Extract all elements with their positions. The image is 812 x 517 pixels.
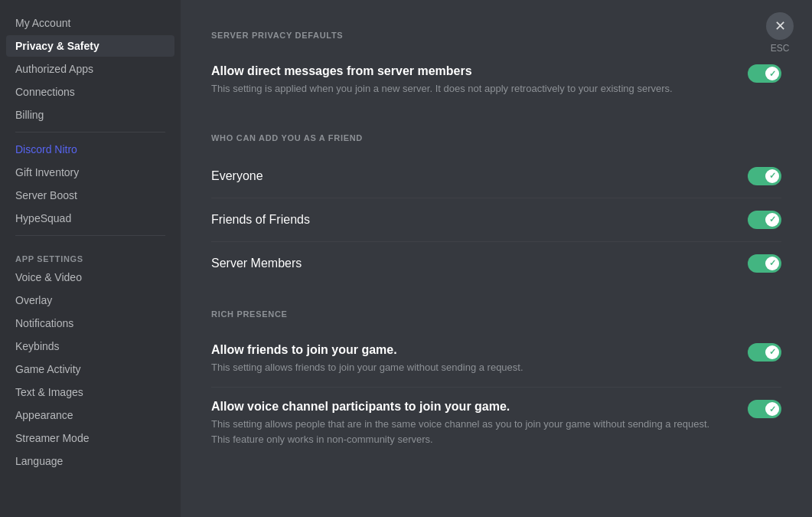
sidebar-item-authorized-apps[interactable]: Authorized Apps xyxy=(6,58,174,80)
toggle-friends-of-friends[interactable]: ✓ xyxy=(748,211,781,229)
toggle-direct-messages[interactable]: ✓ xyxy=(748,64,781,83)
toggle-everyone[interactable]: ✓ xyxy=(748,167,781,185)
setting-voice-channel-join-title: Allow voice channel participants to join… xyxy=(211,400,729,414)
app-settings-label: APP SETTINGS xyxy=(6,242,174,267)
setting-voice-channel-join-desc: This setting allows people that are in t… xyxy=(211,417,729,447)
rich-presence-label: RICH PRESENCE xyxy=(211,309,781,319)
sidebar-item-server-boost[interactable]: Server Boost xyxy=(6,185,174,206)
setting-direct-messages: Allow direct messages from server member… xyxy=(211,52,781,109)
setting-friends-of-friends: Friends of Friends ✓ xyxy=(211,198,781,242)
rich-presence-section: RICH PRESENCE Allow friends to join your… xyxy=(211,309,781,460)
setting-everyone: Everyone ✓ xyxy=(211,155,781,198)
sidebar-item-discord-nitro[interactable]: Discord Nitro xyxy=(6,139,174,160)
sidebar-item-notifications[interactable]: Notifications xyxy=(6,312,174,334)
sidebar-item-language[interactable]: Language xyxy=(6,450,174,472)
sidebar-item-gift-inventory[interactable]: Gift Inventory xyxy=(6,162,174,183)
esc-button[interactable]: ✕ ESC xyxy=(766,12,794,54)
esc-label: ESC xyxy=(771,43,790,54)
esc-icon: ✕ xyxy=(766,12,794,40)
setting-direct-messages-desc: This setting is applied when you join a … xyxy=(211,81,729,97)
setting-everyone-title: Everyone xyxy=(211,169,263,183)
sidebar-item-billing[interactable]: Billing xyxy=(6,104,174,126)
sidebar: My Account Privacy & Safety Authorized A… xyxy=(0,0,181,517)
server-privacy-section: SERVER PRIVACY DEFAULTS Allow direct mes… xyxy=(211,31,781,109)
toggle-server-members[interactable]: ✓ xyxy=(748,254,781,273)
sidebar-item-connections[interactable]: Connections xyxy=(6,81,174,103)
sidebar-item-hypesquad[interactable]: HypeSquad xyxy=(6,208,174,229)
sidebar-item-keybinds[interactable]: Keybinds xyxy=(6,335,174,357)
toggle-voice-channel-join[interactable]: ✓ xyxy=(748,400,781,418)
sidebar-divider-1 xyxy=(15,132,165,133)
sidebar-item-appearance[interactable]: Appearance xyxy=(6,404,174,426)
friend-requests-label: WHO CAN ADD YOU AS A FRIEND xyxy=(211,133,781,142)
setting-server-members: Server Members ✓ xyxy=(211,242,781,285)
sidebar-divider-2 xyxy=(15,235,165,236)
sidebar-item-streamer-mode[interactable]: Streamer Mode xyxy=(6,427,174,449)
sidebar-item-text-images[interactable]: Text & Images xyxy=(6,381,174,403)
sidebar-item-game-activity[interactable]: Game Activity xyxy=(6,358,174,380)
sidebar-item-voice-video[interactable]: Voice & Video xyxy=(6,267,174,288)
setting-voice-channel-join: Allow voice channel participants to join… xyxy=(211,388,781,459)
setting-join-game-desc: This setting allows friends to join your… xyxy=(211,360,729,375)
toggle-join-game[interactable]: ✓ xyxy=(748,343,781,362)
sidebar-item-overlay[interactable]: Overlay xyxy=(6,290,174,311)
setting-friends-of-friends-title: Friends of Friends xyxy=(211,213,310,227)
server-privacy-label: SERVER PRIVACY DEFAULTS xyxy=(211,31,781,40)
setting-join-game-title: Allow friends to join your game. xyxy=(211,343,729,357)
sidebar-item-privacy-safety[interactable]: Privacy & Safety xyxy=(6,35,174,57)
setting-join-game: Allow friends to join your game. This se… xyxy=(211,331,781,388)
main-content: ✕ ESC SERVER PRIVACY DEFAULTS Allow dire… xyxy=(181,0,812,517)
setting-direct-messages-title: Allow direct messages from server member… xyxy=(211,64,729,78)
friend-requests-section: WHO CAN ADD YOU AS A FRIEND Everyone ✓ F… xyxy=(211,133,781,285)
setting-server-members-title: Server Members xyxy=(211,257,302,270)
sidebar-item-my-account[interactable]: My Account xyxy=(6,12,174,34)
